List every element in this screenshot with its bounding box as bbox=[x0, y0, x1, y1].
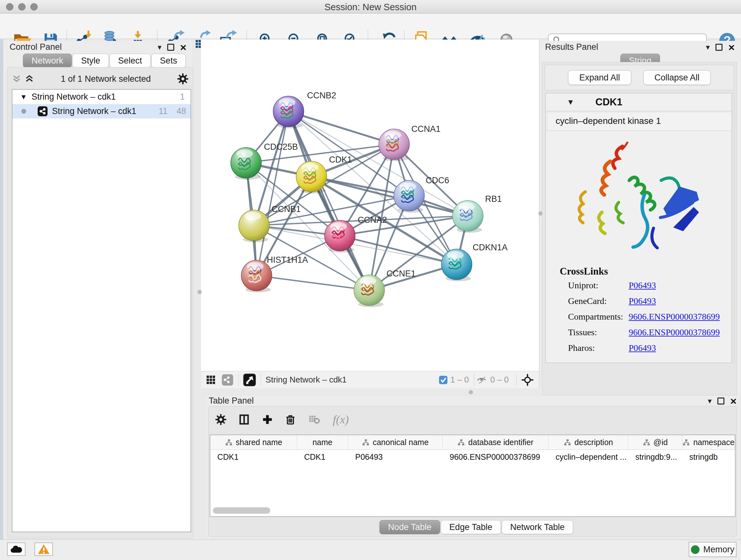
table-panel-maximize-icon[interactable] bbox=[718, 397, 724, 405]
column-header--id[interactable]: @id bbox=[628, 435, 682, 449]
memory-button[interactable]: Memory bbox=[689, 542, 737, 557]
table-cell[interactable]: CDK1 bbox=[297, 450, 348, 464]
cloud-status-button[interactable] bbox=[7, 543, 25, 556]
tab-network-table[interactable]: Network Table bbox=[502, 520, 574, 534]
network-collection-row[interactable]: ▼ String Network – cdk1 1 bbox=[12, 90, 191, 104]
birds-eye-view-icon[interactable] bbox=[243, 373, 256, 387]
column-header-description[interactable]: description bbox=[549, 435, 628, 449]
results-panel-close-icon[interactable]: × bbox=[728, 44, 735, 51]
results-panel-maximize-icon[interactable] bbox=[716, 44, 723, 51]
collection-expander-icon[interactable]: ▼ bbox=[20, 93, 27, 101]
window-title: Session: New Session bbox=[0, 2, 741, 12]
node-label-CCNA2: CCNA2 bbox=[358, 215, 387, 225]
right-splitter-handle[interactable] bbox=[538, 211, 542, 215]
network-selected-count: 1 of 1 Network selected bbox=[34, 74, 178, 84]
table-cell[interactable]: cyclin–dependent ... bbox=[549, 450, 628, 464]
crosslink-link[interactable]: P06493 bbox=[629, 296, 656, 306]
column-header-namespace[interactable]: namespace bbox=[682, 435, 735, 449]
crosslink-row: Uniprot: P06493 bbox=[568, 280, 733, 291]
crosslink-label: Pharos: bbox=[568, 343, 629, 353]
node-CCNA1[interactable]: CCNA1 bbox=[379, 124, 441, 161]
table-panel-close-icon[interactable]: × bbox=[730, 397, 737, 405]
node-selection-mode-icon[interactable] bbox=[521, 374, 534, 386]
warning-icon bbox=[38, 544, 50, 555]
tab-network[interactable]: Network bbox=[23, 54, 72, 68]
table-panel-title: Table Panel bbox=[209, 396, 254, 406]
node-label-CDC25B: CDC25B bbox=[264, 142, 298, 152]
table-options-gear-icon[interactable] bbox=[215, 414, 226, 425]
network-type-icon bbox=[38, 106, 48, 116]
node-label-CCNB2: CCNB2 bbox=[307, 91, 336, 100]
node-CCNE1[interactable]: CCNE1 bbox=[354, 269, 416, 307]
left-splitter-handle[interactable] bbox=[198, 290, 202, 294]
edge-CCNB2-CCNA1[interactable] bbox=[288, 111, 394, 144]
table-cell[interactable]: stringdb:9... bbox=[628, 450, 682, 464]
crosslink-link[interactable]: P06493 bbox=[629, 343, 656, 353]
node-HIST1H1A[interactable]: HIST1H1A bbox=[241, 255, 308, 293]
collapse-all-button[interactable]: Collapse All bbox=[643, 70, 711, 85]
table-row[interactable]: CDK1CDK1P064939606.ENSP00000378699cyclin… bbox=[210, 450, 735, 464]
results-scrollbar[interactable] bbox=[731, 93, 735, 363]
column-header-name[interactable]: name bbox=[297, 435, 348, 449]
edge-CCNB2-HIST1H1A[interactable] bbox=[257, 111, 288, 275]
column-header-database-identifier[interactable]: database identifier bbox=[443, 435, 549, 449]
gene-description: cyclin–dependent kinase 1 bbox=[547, 112, 732, 131]
expand-all-button[interactable]: Expand All bbox=[568, 70, 631, 85]
gene-card-header[interactable]: ▼ CDK1 bbox=[546, 93, 733, 111]
tab-node-table[interactable]: Node Table bbox=[380, 520, 440, 534]
edge-HIST1H1A-CCNE1[interactable] bbox=[257, 275, 369, 290]
crosslink-link[interactable]: 9606.ENSP00000378699 bbox=[629, 327, 720, 337]
node-table: shared namename canonical name database … bbox=[210, 435, 736, 517]
crosslink-label: GeneCard: bbox=[568, 296, 629, 306]
network-label: String Network – cdk1 bbox=[52, 106, 158, 116]
hidden-elements-icon[interactable] bbox=[476, 374, 488, 386]
table-cell[interactable]: P06493 bbox=[348, 450, 443, 464]
show-grid-icon[interactable] bbox=[205, 374, 217, 386]
network-options-gear-icon[interactable] bbox=[178, 73, 188, 84]
add-column-icon[interactable] bbox=[262, 414, 273, 425]
delete-table-icon bbox=[308, 414, 321, 425]
table-horizontal-scrollbar[interactable] bbox=[213, 507, 733, 514]
column-header-shared-name[interactable]: shared name bbox=[210, 435, 297, 449]
table-cell[interactable]: CDK1 bbox=[210, 450, 297, 464]
control-panel-maximize-icon[interactable] bbox=[167, 44, 174, 51]
tree-icon bbox=[362, 439, 369, 446]
results-panel-float-icon[interactable]: ▾ bbox=[706, 43, 710, 52]
network-edge-count: 48 bbox=[177, 106, 186, 116]
column-header-canonical-name[interactable]: canonical name bbox=[348, 435, 443, 449]
tab-edge-table[interactable]: Edge Table bbox=[441, 520, 501, 534]
collapse-all-networks-icon[interactable] bbox=[12, 74, 21, 84]
crosslinks-section: CrossLinks Uniprot: P06493GeneCard: P064… bbox=[546, 266, 733, 359]
control-panel-title: Control Panel bbox=[10, 42, 62, 52]
bottom-splitter-handle[interactable] bbox=[469, 390, 473, 394]
crosslink-label: Compartments: bbox=[568, 312, 629, 322]
scrollbar-thumb[interactable] bbox=[213, 507, 270, 514]
node-label-RB1: RB1 bbox=[485, 194, 502, 204]
crosslink-link[interactable]: P06493 bbox=[629, 280, 656, 291]
network-node-count: 11 bbox=[158, 106, 167, 116]
node-table-header: shared namename canonical name database … bbox=[210, 435, 735, 450]
network-view-panel: CCNB2CCNA1CDC25BCDK1CDC6RB1CCNB1CCNA2CDK… bbox=[201, 40, 539, 388]
network-overview-icon[interactable] bbox=[221, 374, 233, 386]
tab-sets[interactable]: Sets bbox=[151, 54, 186, 68]
node-RB1[interactable]: RB1 bbox=[453, 194, 502, 233]
table-panel-float-icon[interactable]: ▾ bbox=[708, 396, 712, 406]
control-panel-close-icon[interactable]: × bbox=[180, 44, 186, 51]
warnings-button[interactable] bbox=[35, 543, 53, 556]
expand-all-networks-icon[interactable] bbox=[24, 74, 34, 84]
table-cell[interactable]: stringdb bbox=[682, 450, 735, 464]
gene-card-expander-icon[interactable]: ▼ bbox=[567, 98, 575, 107]
tab-select[interactable]: Select bbox=[110, 54, 151, 68]
tab-style[interactable]: Style bbox=[72, 54, 109, 68]
delete-column-icon[interactable] bbox=[285, 414, 296, 425]
network-row-selected[interactable]: String Network – cdk1 11 48 bbox=[12, 104, 191, 118]
table-cell[interactable]: 9606.ENSP00000378699 bbox=[443, 450, 549, 464]
network-list: ▼ String Network – cdk1 1 String Network… bbox=[12, 89, 191, 532]
show-columns-icon[interactable] bbox=[239, 414, 250, 425]
node-CDKN1A[interactable]: CDKN1A bbox=[441, 243, 508, 281]
control-panel-float-icon[interactable]: ▾ bbox=[158, 43, 161, 52]
selected-nodes-checkbox[interactable] bbox=[439, 375, 448, 384]
crosslink-link[interactable]: 9606.ENSP00000378699 bbox=[629, 312, 720, 322]
network-graph[interactable]: CCNB2CCNA1CDC25BCDK1CDC6RB1CCNB1CCNA2CDK… bbox=[201, 40, 539, 371]
function-builder-icon: f(x) bbox=[333, 413, 349, 426]
